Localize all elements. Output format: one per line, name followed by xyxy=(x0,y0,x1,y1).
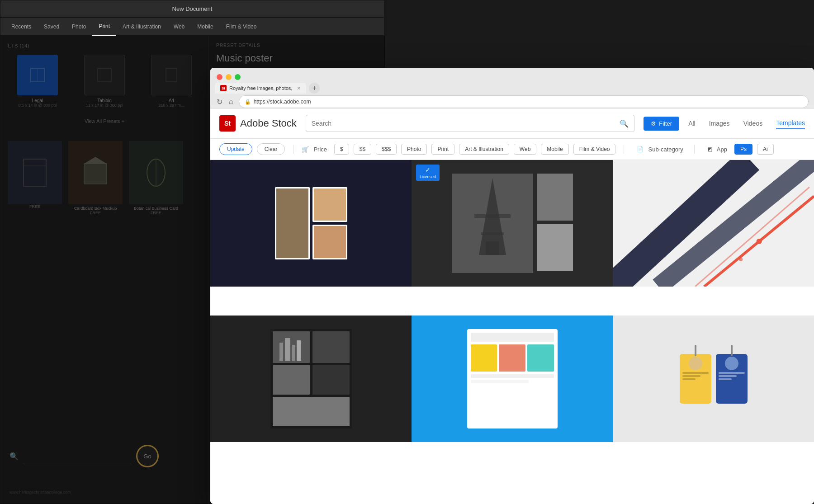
stock-grid-item-3[interactable] xyxy=(613,160,814,287)
stock-search-bar[interactable]: 🔍 xyxy=(306,115,635,132)
price-tag-2[interactable]: $$ xyxy=(354,144,371,155)
price-tag-1[interactable]: $ xyxy=(334,144,349,155)
collage-photo-3 xyxy=(312,225,347,259)
svg-point-20 xyxy=(757,239,762,244)
ps-tab-saved[interactable]: Saved xyxy=(38,18,66,36)
browser-new-tab-button[interactable]: + xyxy=(309,83,320,94)
ps-detail-label: PRESET DETAILS xyxy=(216,43,377,48)
svg-rect-25 xyxy=(273,365,310,395)
category-mobile[interactable]: Mobile xyxy=(541,144,568,155)
id-line xyxy=(682,372,709,374)
ps-preset-size: 11 x 17 in @ 300 ppi xyxy=(86,103,123,108)
id-line xyxy=(719,375,737,377)
item-2-side-images xyxy=(537,174,573,273)
id-card-blue xyxy=(716,354,748,404)
ps-go-button[interactable]: Go xyxy=(136,445,159,467)
stock-tab-templates[interactable]: Templates xyxy=(776,118,805,129)
svg-rect-26 xyxy=(312,365,350,395)
ps-presets-header: ETS (14) xyxy=(8,43,201,48)
category-film[interactable]: Film & Video xyxy=(573,144,616,155)
category-photo[interactable]: Photo xyxy=(401,144,427,155)
app-tag-ps[interactable]: Ps xyxy=(734,144,752,155)
ps-template-botanical[interactable]: Botanical Business Card FREE xyxy=(129,141,183,215)
ps-tab-mobile[interactable]: Mobile xyxy=(191,18,219,36)
photo-collage xyxy=(275,187,347,259)
stock-item-6-inner xyxy=(613,316,814,442)
id-card-strap-blue xyxy=(731,345,733,356)
browser-close-button[interactable] xyxy=(217,74,222,80)
id-line xyxy=(719,378,732,380)
svg-rect-27 xyxy=(273,397,350,426)
ps-search-input[interactable] xyxy=(23,449,132,463)
sub-category-icon: 📄 xyxy=(637,146,644,152)
filter-icon: ⚙ xyxy=(651,120,656,127)
ps-template-name: Cardboard Box Mockup xyxy=(74,206,117,211)
browser-active-tab[interactable]: St Royalty free images, photos, ✕ xyxy=(215,83,306,94)
app-tag-ai[interactable]: Ai xyxy=(757,144,774,155)
ps-tab-recents[interactable]: Recents xyxy=(5,18,38,36)
browser-maximize-button[interactable] xyxy=(235,74,241,80)
stock-grid-item-2[interactable]: ✓ Licensed xyxy=(412,160,613,287)
browser-home-button[interactable]: ⌂ xyxy=(228,98,234,106)
category-art[interactable]: Art & Illustration xyxy=(459,144,509,155)
category-print[interactable]: Print xyxy=(431,144,454,155)
ps-preset-thumb xyxy=(84,55,125,95)
stock-update-button[interactable]: Update xyxy=(219,143,252,155)
stock-header: St Adobe Stock 🔍 ⚙ Filter All Images Vid… xyxy=(210,108,814,139)
ps-titlebar: New Document xyxy=(0,0,384,18)
ps-view-all-button[interactable]: View All Presets + xyxy=(8,115,201,127)
svg-rect-4 xyxy=(24,159,46,186)
ps-search-icon: 🔍 xyxy=(9,452,19,461)
ps-template-thumb xyxy=(8,141,62,204)
svg-rect-23 xyxy=(273,331,310,363)
category-web[interactable]: Web xyxy=(514,144,536,155)
browser-tab-close-icon[interactable]: ✕ xyxy=(297,85,301,91)
licensed-badge: ✓ Licensed xyxy=(416,165,440,181)
svg-rect-6 xyxy=(84,164,107,184)
ps-preset-item[interactable]: Legal 8.5 x 14 in @ 300 ppi xyxy=(8,55,67,108)
browser-refresh-button[interactable]: ↻ xyxy=(216,98,223,106)
ps-tab-print[interactable]: Print xyxy=(92,18,116,36)
browser-minimize-button[interactable] xyxy=(226,74,232,80)
stock-grid-item-1[interactable] xyxy=(210,160,412,287)
collage-photo-2 xyxy=(312,187,347,222)
item-2-main-image xyxy=(452,174,533,273)
ps-template-box[interactable]: Cardboard Box Mockup FREE xyxy=(68,141,123,215)
price-tag-3[interactable]: $$$ xyxy=(376,144,397,155)
stock-grid-item-4[interactable] xyxy=(210,316,412,442)
stock-clear-button[interactable]: Clear xyxy=(257,143,285,155)
stock-item-3-inner xyxy=(613,160,814,287)
app-label: App xyxy=(717,146,727,153)
mockup-body xyxy=(471,344,554,372)
ps-preset-item[interactable]: Tabloid 11 x 17 in @ 300 ppi xyxy=(75,55,134,108)
ps-preset-size: 8.5 x 14 in @ 300 ppi xyxy=(18,103,57,108)
stock-website-content: St Adobe Stock 🔍 ⚙ Filter All Images Vid… xyxy=(210,108,814,504)
ps-tab-film[interactable]: Film & Video xyxy=(220,18,263,36)
ps-template-free-1[interactable]: FREE xyxy=(8,141,62,215)
id-line xyxy=(682,375,701,377)
item-2-layout xyxy=(443,165,582,282)
stock-image-grid: ✓ Licensed xyxy=(210,160,814,471)
sub-category-label: Sub-category xyxy=(648,146,683,153)
browser-omnibar[interactable]: 🔒 https://stock.adobe.com xyxy=(239,95,809,108)
mockup-bar-2 xyxy=(471,380,529,383)
mockup-item-teal xyxy=(527,344,554,372)
ps-tab-web[interactable]: Web xyxy=(167,18,191,36)
ps-preset-name: A4 xyxy=(169,98,174,103)
stock-tab-videos[interactable]: Videos xyxy=(743,118,763,129)
ps-template-free-label: FREE xyxy=(29,204,40,209)
stock-filter-button[interactable]: ⚙ Filter xyxy=(644,117,679,131)
svg-rect-30 xyxy=(292,345,295,361)
stock-logo: St Adobe Stock xyxy=(219,115,297,132)
ps-preset-item[interactable]: A4 210 x 297 m... xyxy=(142,55,201,108)
stock-tab-all[interactable]: All xyxy=(688,118,696,129)
stock-grid-item-6[interactable] xyxy=(613,316,814,442)
stock-logo-text: Adobe Stock xyxy=(240,118,297,129)
ps-tab-art[interactable]: Art & Illustration xyxy=(116,18,167,36)
ps-tab-photo[interactable]: Photo xyxy=(66,18,92,36)
stock-tab-images[interactable]: Images xyxy=(709,118,730,129)
stock-search-input[interactable] xyxy=(312,120,616,127)
stock-grid-item-5[interactable] xyxy=(412,316,613,442)
ps-detail-title: Music poster xyxy=(216,52,377,64)
id-card-lines-blue xyxy=(719,372,745,380)
